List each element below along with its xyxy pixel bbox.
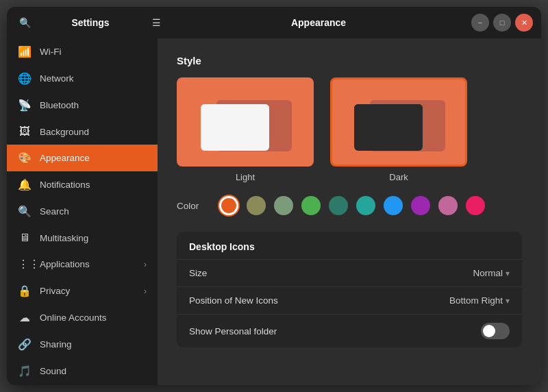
sidebar-item-appearance[interactable]: 🎨 Appearance (7, 145, 158, 171)
dark-window-front (354, 104, 423, 151)
sidebar: 📶 Wi-Fi 🌐 Network 📡 Bluetooth 🖼 Backgrou… (7, 38, 158, 385)
color-olive[interactable] (247, 196, 266, 215)
sidebar-item-notifications[interactable]: 🔔 Notifications (7, 171, 158, 198)
dark-preview[interactable] (330, 77, 467, 167)
sharing-icon: 🔗 (18, 338, 32, 351)
sidebar-item-bluetooth[interactable]: 📡 Bluetooth (7, 92, 158, 119)
size-row: Size Normal ▾ (177, 259, 522, 286)
sidebar-label-multitasking: Multitasking (40, 233, 88, 243)
size-dropdown[interactable]: Normal ▾ (473, 268, 510, 278)
sidebar-item-privacy[interactable]: 🔒 Privacy › (7, 278, 158, 304)
sidebar-item-search[interactable]: 🔍 Search (7, 198, 158, 225)
search-icon-button[interactable]: 🔍 (15, 13, 34, 32)
hamburger-button[interactable]: ☰ (147, 13, 166, 32)
sidebar-item-online-accounts[interactable]: ☁ Online Accounts (7, 304, 158, 331)
sidebar-label-bluetooth: Bluetooth (40, 100, 79, 110)
position-value: Bottom Right (449, 295, 503, 306)
close-button[interactable]: ✕ (515, 14, 533, 32)
style-section-title: Style (177, 55, 522, 66)
sound-icon: 🎵 (18, 365, 32, 378)
sidebar-label-appearance: Appearance (40, 153, 90, 163)
maximize-button[interactable]: □ (493, 14, 511, 32)
color-row: Color (177, 196, 522, 215)
sidebar-label-search: Search (40, 206, 69, 217)
color-green[interactable] (301, 196, 321, 215)
applications-icon: ⋮⋮ (18, 258, 32, 271)
sidebar-label-sound: Sound (40, 366, 66, 376)
wifi-icon: 📶 (18, 45, 32, 58)
color-teal[interactable] (356, 196, 375, 215)
sidebar-item-multitasking[interactable]: 🖥 Multitasking (7, 225, 158, 251)
position-dropdown-arrow-icon: ▾ (506, 296, 510, 306)
window-title: Appearance (166, 17, 471, 28)
sidebar-item-background[interactable]: 🖼 Background (7, 119, 158, 145)
bluetooth-icon: 📡 (18, 99, 32, 112)
position-dropdown[interactable]: Bottom Right ▾ (449, 295, 510, 306)
network-icon: 🌐 (18, 72, 32, 85)
style-option-dark[interactable]: Dark (330, 77, 467, 182)
size-value: Normal (473, 268, 503, 278)
privacy-icon: 🔒 (18, 284, 32, 297)
settings-window: 🔍 Settings ☰ Appearance − □ ✕ 📶 Wi-Fi 🌐 … (7, 7, 541, 385)
position-label: Position of New Icons (189, 295, 449, 306)
sidebar-item-wifi[interactable]: 📶 Wi-Fi (7, 38, 158, 65)
minimize-button[interactable]: − (471, 14, 489, 32)
size-label: Size (189, 268, 473, 278)
appearance-icon: 🎨 (18, 151, 32, 164)
light-window-front (201, 104, 269, 151)
sidebar-item-network[interactable]: 🌐 Network (7, 65, 158, 92)
personal-folder-row: Show Personal folder (177, 314, 522, 347)
toggle-knob (483, 325, 495, 337)
sidebar-item-applications[interactable]: ⋮⋮ Applications › (7, 251, 158, 278)
sidebar-label-notifications: Notifications (40, 180, 90, 190)
color-orange[interactable] (219, 196, 238, 215)
sidebar-title: Settings (40, 17, 141, 28)
online-accounts-icon: ☁ (18, 311, 32, 324)
color-purple[interactable] (411, 196, 430, 215)
multitasking-icon: 🖥 (18, 232, 32, 244)
color-mauve[interactable] (438, 196, 458, 215)
light-preview[interactable] (177, 77, 314, 167)
personal-folder-toggle[interactable] (481, 323, 510, 339)
applications-arrow-icon: › (144, 260, 147, 269)
position-row: Position of New Icons Bottom Right ▾ (177, 286, 522, 314)
sidebar-item-sharing[interactable]: 🔗 Sharing (7, 331, 158, 358)
sidebar-label-online-accounts: Online Accounts (40, 313, 107, 323)
search-nav-icon: 🔍 (18, 205, 32, 218)
sidebar-label-background: Background (40, 127, 89, 137)
sidebar-label-network: Network (40, 73, 74, 84)
notifications-icon: 🔔 (18, 178, 32, 191)
window-controls: − □ ✕ (471, 14, 533, 32)
sidebar-label-sharing: Sharing (40, 339, 72, 350)
style-options: Light Dark (177, 77, 522, 182)
titlebar-left: 🔍 Settings ☰ (15, 13, 166, 32)
size-dropdown-arrow-icon: ▾ (506, 269, 510, 278)
sidebar-item-sound[interactable]: 🎵 Sound (7, 358, 158, 384)
personal-folder-label: Show Personal folder (189, 326, 481, 336)
color-teal-dark[interactable] (329, 196, 348, 215)
color-label: Color (177, 201, 211, 211)
desktop-icons-title: Desktop Icons (177, 232, 522, 259)
style-option-light[interactable]: Light (177, 77, 314, 182)
light-label: Light (236, 172, 255, 182)
desktop-icons-section: Desktop Icons Size Normal ▾ Position of … (177, 232, 522, 347)
color-blue[interactable] (384, 196, 403, 215)
color-sage[interactable] (274, 196, 293, 215)
dark-label: Dark (389, 172, 408, 182)
titlebar: 🔍 Settings ☰ Appearance − □ ✕ (7, 7, 541, 38)
privacy-arrow-icon: › (144, 286, 147, 296)
content-area: 📶 Wi-Fi 🌐 Network 📡 Bluetooth 🖼 Backgrou… (7, 38, 541, 385)
sidebar-label-applications: Applications (40, 259, 90, 269)
sidebar-label-privacy: Privacy (40, 286, 70, 296)
color-pink[interactable] (466, 196, 485, 215)
sidebar-label-wifi: Wi-Fi (40, 47, 61, 57)
main-content: Style Light (158, 38, 541, 385)
background-icon: 🖼 (18, 125, 32, 138)
